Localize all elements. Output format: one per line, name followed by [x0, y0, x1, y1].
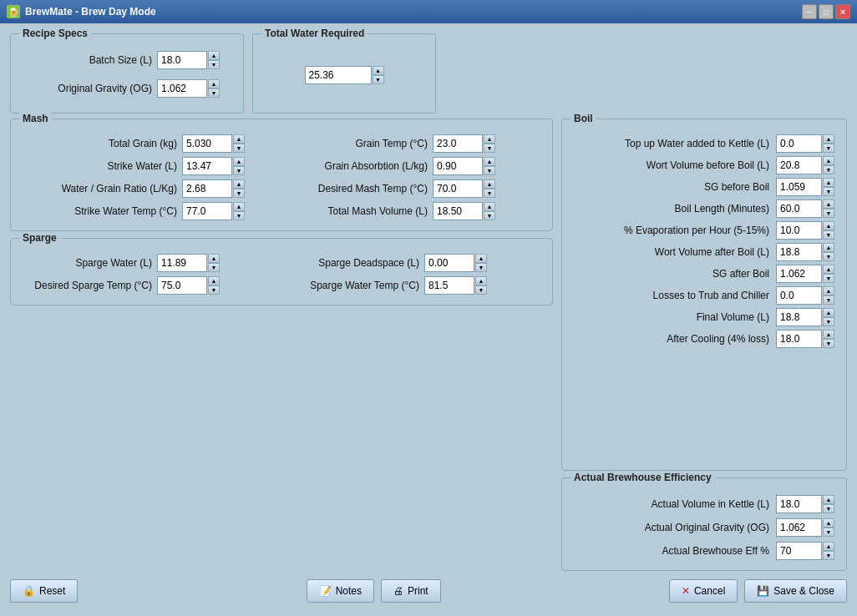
strike-water-temp-down[interactable]: ▼: [233, 211, 245, 220]
batch-size-down[interactable]: ▼: [208, 60, 220, 69]
wort-after-input[interactable]: [776, 243, 822, 261]
actual-volume-down[interactable]: ▼: [823, 504, 834, 513]
actual-eff-down[interactable]: ▼: [823, 551, 834, 560]
sg-before-up[interactable]: ▲: [823, 178, 834, 187]
notes-button[interactable]: 📝 Notes: [307, 579, 374, 603]
sparge-water-input[interactable]: [157, 254, 207, 272]
top-up-water-input[interactable]: [776, 134, 822, 153]
boil-length-down[interactable]: ▼: [823, 209, 834, 218]
losses-input[interactable]: [776, 286, 822, 305]
sparge-deadspace-row: Sparge Deadspace (L) ▲ ▼: [281, 254, 540, 272]
water-grain-down[interactable]: ▼: [233, 189, 245, 198]
left-column: Mash Total Grain (kg) ▲ ▼: [10, 119, 553, 571]
grain-absorption-input[interactable]: [433, 157, 483, 175]
minimize-button[interactable]: ─: [802, 4, 817, 19]
total-grain-input[interactable]: [182, 134, 232, 153]
desired-mash-temp-up[interactable]: ▲: [484, 179, 495, 189]
strike-water-up[interactable]: ▲: [233, 157, 245, 166]
evaporation-row: % Evaporation per Hour (5-15%) ▲ ▼: [574, 221, 834, 240]
after-cooling-up[interactable]: ▲: [823, 330, 834, 339]
actual-og-row: Actual Original Gravity (OG) ▲ ▼: [574, 518, 834, 537]
sg-after-input[interactable]: [776, 265, 822, 283]
og-down[interactable]: ▼: [208, 88, 220, 98]
actual-eff-input[interactable]: [776, 542, 822, 560]
desired-sparge-temp-input[interactable]: [157, 276, 207, 295]
losses-up[interactable]: ▲: [823, 286, 834, 295]
batch-size-input[interactable]: [157, 51, 207, 69]
actual-og-up[interactable]: ▲: [823, 518, 834, 528]
wort-before-up[interactable]: ▲: [823, 156, 834, 165]
wort-after-down[interactable]: ▼: [823, 252, 834, 261]
strike-water-input[interactable]: [182, 157, 232, 175]
actual-og-down[interactable]: ▼: [823, 528, 834, 537]
batch-size-up[interactable]: ▲: [208, 51, 220, 60]
total-mash-volume-down[interactable]: ▼: [484, 211, 495, 220]
actual-eff-up[interactable]: ▲: [823, 542, 834, 551]
sg-after-down[interactable]: ▼: [823, 274, 834, 283]
strike-water-temp-input[interactable]: [182, 202, 232, 220]
grain-temp-up[interactable]: ▲: [484, 134, 495, 144]
actual-og-input[interactable]: [776, 518, 822, 537]
batch-size-label: Batch Size (L): [23, 54, 152, 66]
desired-mash-temp-down[interactable]: ▼: [484, 189, 495, 198]
sparge-deadspace-up[interactable]: ▲: [475, 254, 487, 263]
final-volume-up[interactable]: ▲: [823, 308, 834, 317]
final-volume-down[interactable]: ▼: [823, 317, 834, 326]
evaporation-down[interactable]: ▼: [823, 230, 834, 240]
sparge-water-temp-down[interactable]: ▼: [475, 285, 487, 295]
total-grain-down[interactable]: ▼: [233, 144, 245, 153]
og-up[interactable]: ▲: [208, 79, 220, 88]
reset-button[interactable]: 🔒 Reset: [10, 579, 78, 603]
sparge-water-up[interactable]: ▲: [208, 254, 220, 263]
sparge-deadspace-down[interactable]: ▼: [475, 263, 487, 272]
wort-after-up[interactable]: ▲: [823, 243, 834, 252]
sg-before-down[interactable]: ▼: [823, 187, 834, 196]
top-up-water-up[interactable]: ▲: [823, 134, 834, 144]
losses-down[interactable]: ▼: [823, 295, 834, 305]
sparge-deadspace-input[interactable]: [424, 254, 474, 272]
strike-water-down[interactable]: ▼: [233, 166, 245, 175]
bottom-bar: 🔒 Reset 📝 Notes 🖨 Print ✕ Cancel 💾 Save …: [10, 576, 847, 606]
desired-mash-temp-input[interactable]: [433, 179, 483, 198]
total-water-input[interactable]: [305, 66, 372, 84]
desired-sparge-temp-up[interactable]: ▲: [208, 276, 220, 285]
og-input[interactable]: [157, 79, 207, 98]
actual-volume-input[interactable]: [776, 495, 822, 513]
boil-length-up[interactable]: ▲: [823, 199, 834, 209]
strike-water-row: Strike Water (L) ▲ ▼: [23, 157, 281, 175]
after-cooling-down[interactable]: ▼: [823, 339, 834, 348]
maximize-button[interactable]: □: [819, 4, 834, 19]
after-cooling-input[interactable]: [776, 330, 822, 348]
strike-water-temp-up[interactable]: ▲: [233, 202, 245, 211]
evaporation-up[interactable]: ▲: [823, 221, 834, 230]
wort-before-down[interactable]: ▼: [823, 165, 834, 174]
cancel-button[interactable]: ✕ Cancel: [669, 579, 738, 603]
total-mash-volume-up[interactable]: ▲: [484, 202, 495, 211]
actual-volume-up[interactable]: ▲: [823, 495, 834, 504]
evaporation-input[interactable]: [776, 221, 822, 240]
grain-temp-input[interactable]: [433, 134, 483, 153]
print-button[interactable]: 🖨 Print: [381, 579, 441, 603]
grain-absorption-down[interactable]: ▼: [484, 166, 495, 175]
sparge-water-temp-input[interactable]: [424, 276, 474, 295]
grain-absorption-label: Grain Absorbtion (L/kg): [281, 160, 428, 172]
wort-before-input[interactable]: [776, 156, 822, 174]
top-up-water-down[interactable]: ▼: [823, 144, 834, 153]
total-water-down[interactable]: ▼: [373, 75, 384, 84]
grain-absorption-up[interactable]: ▲: [484, 157, 495, 166]
close-button[interactable]: ✕: [835, 4, 850, 19]
sparge-water-down[interactable]: ▼: [208, 263, 220, 272]
sg-before-input[interactable]: [776, 178, 822, 196]
sparge-water-temp-up[interactable]: ▲: [475, 276, 487, 285]
desired-sparge-temp-down[interactable]: ▼: [208, 285, 220, 295]
grain-temp-down[interactable]: ▼: [484, 144, 495, 153]
total-grain-up[interactable]: ▲: [233, 134, 245, 144]
sg-after-up[interactable]: ▲: [823, 265, 834, 274]
water-grain-input[interactable]: [182, 179, 232, 198]
final-volume-input[interactable]: [776, 308, 822, 326]
total-water-up[interactable]: ▲: [373, 66, 384, 75]
total-mash-volume-input[interactable]: [433, 202, 483, 220]
boil-length-input[interactable]: [776, 199, 822, 218]
water-grain-up[interactable]: ▲: [233, 179, 245, 189]
save-close-button[interactable]: 💾 Save & Close: [744, 579, 847, 603]
